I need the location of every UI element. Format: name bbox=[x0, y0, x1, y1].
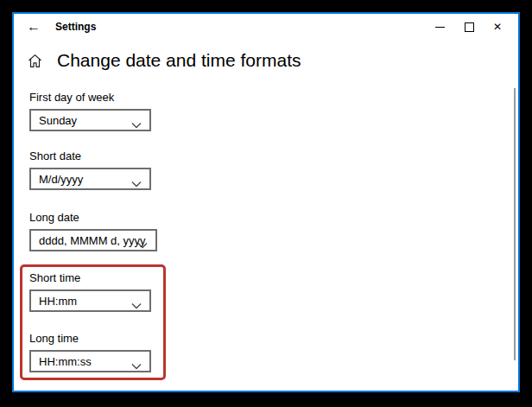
dropdown-selected-value: HH:mm bbox=[31, 295, 77, 308]
field-label: Short date bbox=[29, 149, 151, 163]
field-label: Short time bbox=[29, 271, 151, 285]
titlebar: ← Settings ✕ bbox=[14, 14, 518, 40]
field-label: Long time bbox=[29, 332, 151, 346]
chevron-down-icon bbox=[131, 117, 142, 124]
arrow-left-icon: ← bbox=[27, 19, 41, 35]
first-day-of-week-dropdown[interactable]: Sunday bbox=[29, 109, 151, 131]
page-title: Change date and time formats bbox=[57, 50, 301, 71]
short-date-dropdown[interactable]: M/d/yyyy bbox=[29, 168, 151, 190]
dropdown-selected-value: dddd, MMMM d, yyyy bbox=[31, 234, 146, 247]
minimize-button[interactable] bbox=[425, 14, 454, 40]
close-icon: ✕ bbox=[493, 22, 502, 32]
maximize-button[interactable] bbox=[454, 14, 484, 40]
minimize-icon bbox=[435, 27, 445, 28]
back-button[interactable]: ← bbox=[19, 14, 48, 40]
settings-window: ← Settings ✕ Change date and time format… bbox=[12, 12, 520, 392]
long-date-dropdown[interactable]: dddd, MMMM d, yyyy bbox=[29, 229, 157, 251]
field-first-day-of-week: First day of week Sunday bbox=[29, 91, 151, 131]
field-short-date: Short date M/d/yyyy bbox=[29, 149, 151, 190]
maximize-icon bbox=[465, 22, 474, 32]
field-long-time: Long time HH:mm:ss bbox=[29, 332, 151, 372]
dropdown-selected-value: HH:mm:ss bbox=[31, 355, 92, 368]
field-short-time: Short time HH:mm bbox=[29, 271, 151, 312]
dropdown-selected-value: M/d/yyyy bbox=[31, 173, 83, 186]
chevron-down-icon bbox=[137, 237, 148, 244]
field-long-date: Long date dddd, MMMM d, yyyy bbox=[29, 211, 157, 251]
long-time-dropdown[interactable]: HH:mm:ss bbox=[29, 350, 151, 372]
desktop-background: ← Settings ✕ Change date and time format… bbox=[0, 0, 532, 407]
window-title: Settings bbox=[55, 14, 96, 40]
field-label: First day of week bbox=[29, 91, 151, 105]
short-time-dropdown[interactable]: HH:mm bbox=[29, 289, 151, 312]
scrollbar-thumb[interactable] bbox=[514, 88, 516, 360]
field-label: Long date bbox=[29, 211, 157, 225]
close-button[interactable]: ✕ bbox=[483, 14, 512, 40]
dropdown-selected-value: Sunday bbox=[31, 114, 77, 127]
chevron-down-icon bbox=[131, 297, 142, 304]
chevron-down-icon bbox=[131, 358, 142, 365]
chevron-down-icon bbox=[131, 175, 142, 182]
home-icon bbox=[28, 54, 42, 68]
